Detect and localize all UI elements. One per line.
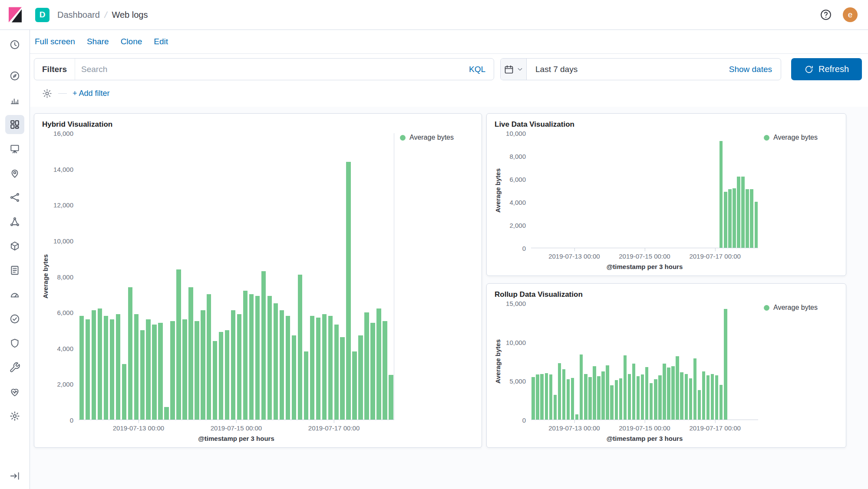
top-bar-right: e xyxy=(819,7,868,22)
sidebar-item-uptime[interactable] xyxy=(5,309,24,328)
quick-select-button[interactable] xyxy=(501,59,527,80)
legend-label: Average bytes xyxy=(773,134,818,141)
y-axis-title: Average bytes xyxy=(492,303,503,420)
sidebar-item-metrics[interactable] xyxy=(5,236,24,256)
add-filter-button[interactable]: + Add filter xyxy=(73,89,110,98)
sidebar-nav xyxy=(0,30,30,489)
sidebar-collapse-toggle[interactable] xyxy=(5,466,24,486)
uptime-icon xyxy=(9,313,20,325)
graph-icon xyxy=(9,216,20,227)
dashboard-action-bar: Full screen Share Clone Edit xyxy=(30,30,868,54)
bar-chart-live: Average bytes 02,0004,0006,0008,00010,00… xyxy=(492,130,841,270)
right-column: Live Data Visualization Average bytes 02… xyxy=(486,113,846,448)
legend-label: Average bytes xyxy=(409,134,454,141)
sidebar-item-dashboard[interactable] xyxy=(5,115,24,134)
date-picker: Last 7 days Show dates xyxy=(500,58,781,80)
gear-icon xyxy=(42,88,53,99)
sidebar-item-logs[interactable] xyxy=(5,261,24,280)
legend-color-dot xyxy=(764,135,769,141)
bar-chart-hybrid: Average bytes 02,0004,0006,0008,00010,00… xyxy=(40,130,476,442)
kql-button[interactable]: KQL xyxy=(461,65,494,74)
x-axis-ticks: 2019-07-13 00:002019-07-15 00:002019-07-… xyxy=(79,420,394,434)
plot-area xyxy=(79,133,394,420)
dashboard-grid: Hybrid Visualization Average bytes 02,00… xyxy=(30,107,868,489)
sidebar-item-apm[interactable] xyxy=(5,285,24,304)
x-axis-title: @timestamp per 3 hours xyxy=(79,435,394,442)
sidebar-item-management[interactable] xyxy=(5,407,24,426)
refresh-label: Refresh xyxy=(818,64,849,74)
y-axis-title: Average bytes xyxy=(40,133,51,420)
y-axis-title: Average bytes xyxy=(492,133,503,248)
sidebar-item-dev-tools[interactable] xyxy=(5,358,24,377)
chevron-down-icon xyxy=(516,66,524,73)
x-axis-ticks: 2019-07-13 00:002019-07-15 00:002019-07-… xyxy=(531,420,758,434)
user-avatar[interactable]: e xyxy=(843,7,858,22)
panel-title[interactable]: Live Data Visualization xyxy=(492,118,841,130)
sidebar-item-graph[interactable] xyxy=(5,212,24,231)
machine-learning-icon xyxy=(9,192,20,203)
x-axis-title: @timestamp per 3 hours xyxy=(531,263,758,270)
management-icon xyxy=(9,410,20,422)
show-dates-button[interactable]: Show dates xyxy=(729,65,781,74)
chart-legend[interactable]: Average bytes xyxy=(758,133,841,248)
main-content: Full screen Share Clone Edit Filters KQL xyxy=(30,30,868,489)
breadcrumb-dashboard[interactable]: Dashboard xyxy=(57,10,100,20)
top-bar: D Dashboard / Web logs e xyxy=(0,0,868,30)
panel-live-data-visualization: Live Data Visualization Average bytes 02… xyxy=(486,113,846,276)
y-axis-ticks: 02,0004,0006,0008,00010,00012,00014,0001… xyxy=(51,133,79,420)
plot-area xyxy=(531,133,758,248)
breadcrumb: Dashboard / Web logs xyxy=(57,10,148,20)
plot-area xyxy=(531,303,758,420)
bar-chart-rollup: Average bytes 05,00010,00015,000 Average… xyxy=(492,300,841,442)
sidebar-item-siem[interactable] xyxy=(5,334,24,353)
logs-icon xyxy=(9,265,20,276)
kibana-logo[interactable] xyxy=(0,6,30,23)
filter-options-button[interactable] xyxy=(42,88,53,99)
metrics-icon xyxy=(9,240,20,252)
refresh-icon xyxy=(804,65,814,74)
breadcrumb-separator: / xyxy=(103,10,108,20)
sidebar-item-discover[interactable] xyxy=(5,66,24,85)
calendar-icon xyxy=(504,64,514,75)
panel-title[interactable]: Hybrid Visualization xyxy=(40,118,476,130)
dashboard-icon xyxy=(9,119,20,130)
dev-tools-icon xyxy=(9,362,20,373)
help-icon xyxy=(819,8,832,21)
y-axis-ticks: 05,00010,00015,000 xyxy=(503,303,531,420)
edit-button[interactable]: Edit xyxy=(154,37,168,46)
space-badge[interactable]: D xyxy=(35,8,50,22)
full-screen-button[interactable]: Full screen xyxy=(35,37,75,46)
siem-icon xyxy=(9,338,20,349)
sidebar-item-machine-learning[interactable] xyxy=(5,188,24,207)
recent-icon xyxy=(9,39,20,50)
sidebar-item-stack-monitoring[interactable] xyxy=(5,382,24,401)
search-input[interactable] xyxy=(75,65,461,74)
maps-icon xyxy=(9,167,20,179)
legend-color-dot xyxy=(764,305,769,311)
share-button[interactable]: Share xyxy=(87,37,109,46)
panel-rollup-data-visualization: Rollup Data Visualization Average bytes … xyxy=(486,283,846,448)
refresh-button[interactable]: Refresh xyxy=(791,58,862,80)
sidebar-item-maps[interactable] xyxy=(5,164,24,183)
legend-color-dot xyxy=(400,135,406,141)
chart-legend[interactable]: Average bytes xyxy=(758,303,841,420)
panel-title[interactable]: Rollup Data Visualization xyxy=(492,288,841,300)
stack-monitoring-icon xyxy=(9,386,20,397)
filter-actions-row: + Add filter xyxy=(34,87,862,100)
legend-label: Average bytes xyxy=(773,304,818,312)
chart-legend[interactable]: Average bytes xyxy=(394,133,476,420)
filter-section: Filters KQL Last 7 days Sh xyxy=(30,54,868,107)
time-range-value[interactable]: Last 7 days xyxy=(527,65,729,74)
visualize-icon xyxy=(9,95,20,106)
sidebar-item-recent[interactable] xyxy=(5,35,24,54)
sidebar-item-visualize[interactable] xyxy=(5,91,24,110)
apm-icon xyxy=(9,289,20,300)
help-button[interactable] xyxy=(819,8,832,21)
sidebar-item-canvas[interactable] xyxy=(5,139,24,158)
divider xyxy=(58,93,67,94)
clone-button[interactable]: Clone xyxy=(121,37,142,46)
collapse-icon xyxy=(9,470,20,482)
canvas-icon xyxy=(9,143,20,154)
search-bar: Filters KQL xyxy=(34,58,494,80)
filters-menu-button[interactable]: Filters xyxy=(34,65,75,74)
